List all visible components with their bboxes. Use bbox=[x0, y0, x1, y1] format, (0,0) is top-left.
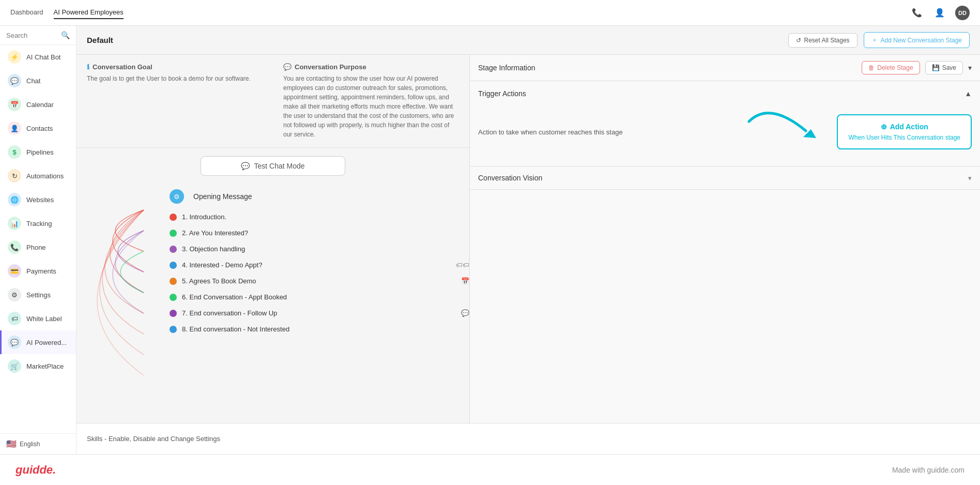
stage-item-8[interactable]: 8. End conversation - Not Interested bbox=[170, 321, 469, 337]
white-label-icon: 🏷 bbox=[8, 312, 21, 325]
guidde-logo: guidde. bbox=[16, 463, 56, 477]
action-area: Action to take when customer reaches thi… bbox=[478, 106, 972, 158]
stage-dot-7 bbox=[170, 310, 177, 317]
made-with-text: Made with guidde.com bbox=[892, 466, 964, 474]
sidebar-item-white-label[interactable]: 🏷 White Label bbox=[0, 307, 76, 330]
stage-item-6[interactable]: 6. End Conversation - Appt Booked bbox=[170, 289, 469, 305]
stage-item-1[interactable]: 1. Introduction. bbox=[170, 209, 469, 225]
tracking-icon: 📊 bbox=[8, 217, 21, 230]
footer: guidde. Made with guidde.com bbox=[0, 454, 980, 485]
sidebar-bottom: 🇺🇸 English bbox=[0, 433, 76, 454]
phone-sidebar-icon: 📞 bbox=[8, 240, 21, 254]
trigger-collapse-button[interactable]: ▲ bbox=[964, 89, 972, 98]
purpose-title: 💬 Conversation Purpose bbox=[283, 63, 459, 71]
sidebar-item-websites[interactable]: 🌐 Websites bbox=[0, 188, 76, 211]
opening-message-row: ⚙ Opening Message bbox=[170, 184, 469, 209]
phone-icon[interactable]: 📞 bbox=[910, 6, 924, 20]
sidebar-item-tracking[interactable]: 📊 Tracking bbox=[0, 211, 76, 235]
stage-item-5[interactable]: 5. Agrees To Book Demo 📅 bbox=[170, 273, 469, 289]
sidebar-item-ai-powered[interactable]: 💬 AI Powered... bbox=[0, 330, 76, 354]
sidebar-item-contacts[interactable]: 👤 Contacts bbox=[0, 116, 76, 140]
conversation-vision-chevron: ▾ bbox=[968, 174, 972, 182]
stage-name-6: 6. End Conversation - Appt Booked bbox=[182, 293, 469, 301]
arc-diagram bbox=[76, 184, 180, 393]
left-panel: ℹ Conversation Goal The goal is to get t… bbox=[76, 55, 469, 423]
tab-dashboard[interactable]: Dashboard bbox=[10, 6, 43, 19]
stage-dot-5 bbox=[170, 278, 177, 285]
marketplace-icon: 🛒 bbox=[8, 359, 21, 373]
add-new-stage-button[interactable]: ＋ Add New Conversation Stage bbox=[864, 32, 970, 48]
stage-icon-7: 💬 bbox=[461, 309, 469, 317]
stage-info-header: Stage Information 🗑 Delete Stage 💾 Save … bbox=[470, 55, 980, 81]
sidebar-item-settings[interactable]: ⚙ Settings bbox=[0, 283, 76, 307]
info-icon: ℹ bbox=[87, 63, 89, 71]
avatar[interactable]: DD bbox=[955, 6, 970, 20]
right-panel: Stage Information 🗑 Delete Stage 💾 Save … bbox=[469, 55, 980, 423]
language-label: English bbox=[20, 441, 40, 448]
stage-name-7: 7. End conversation - Follow Up bbox=[182, 309, 456, 317]
stage-item-7[interactable]: 7. End conversation - Follow Up 💬 bbox=[170, 305, 469, 321]
stage-name-4: 4. Interested - Demo Appt? bbox=[182, 261, 451, 269]
stage-dot-6 bbox=[170, 294, 177, 301]
trigger-label: Trigger Actions bbox=[478, 89, 964, 98]
save-icon: 💾 bbox=[932, 64, 940, 71]
stage-dot-4 bbox=[170, 262, 177, 269]
sidebar-item-automations[interactable]: ↻ Automations bbox=[0, 164, 76, 188]
sidebar-item-phone[interactable]: 📞 Phone bbox=[0, 235, 76, 259]
purpose-icon: 💬 bbox=[283, 63, 292, 71]
tab-ai-powered[interactable]: AI Powered Employees bbox=[54, 6, 124, 19]
search-bar[interactable]: 🔍 bbox=[0, 26, 76, 45]
opening-message-label: Opening Message bbox=[193, 192, 252, 201]
websites-icon: 🌐 bbox=[8, 193, 21, 206]
stage-item-4[interactable]: 4. Interested - Demo Appt? 🏷🏷 bbox=[170, 257, 469, 273]
stage-info-label: Stage Information bbox=[478, 64, 856, 72]
top-bar-right: 📞 👤 DD bbox=[910, 6, 970, 20]
automations-icon: ↻ bbox=[8, 169, 21, 183]
stage-icon-5: 📅 bbox=[461, 277, 469, 285]
stage-item-3[interactable]: 3. Objection handling bbox=[170, 241, 469, 257]
sidebar-item-ai-chat-bot[interactable]: ⚡ AI Chat Bot bbox=[0, 45, 76, 69]
reset-icon: ↺ bbox=[796, 37, 801, 44]
stage-item-2[interactable]: 2. Are You Interested? bbox=[170, 225, 469, 241]
goal-purpose-row: ℹ Conversation Goal The goal is to get t… bbox=[76, 55, 469, 148]
stage-dot-2 bbox=[170, 230, 177, 237]
conversation-vision-label: Conversation Vision bbox=[478, 174, 968, 182]
action-description: Action to take when customer reaches thi… bbox=[478, 128, 733, 136]
test-chat-button[interactable]: 💬 Test Chat Mode bbox=[201, 156, 345, 176]
sidebar-item-payments[interactable]: 💳 Payments bbox=[0, 259, 76, 283]
reset-all-stages-button[interactable]: ↺ Reset All Stages bbox=[788, 33, 858, 48]
save-button[interactable]: 💾 Save bbox=[925, 61, 963, 74]
sidebar-item-marketplace[interactable]: 🛒 MarketPlace bbox=[0, 354, 76, 378]
content-body: ℹ Conversation Goal The goal is to get t… bbox=[76, 55, 980, 423]
content-header: Default ↺ Reset All Stages ＋ Add New Con… bbox=[76, 26, 980, 55]
expand-button[interactable]: ▾ bbox=[968, 64, 972, 72]
stage-name-2: 2. Are You Interested? bbox=[182, 229, 469, 237]
add-action-box[interactable]: ⊕ Add Action When User Hits This Convers… bbox=[837, 114, 972, 149]
trash-icon: 🗑 bbox=[868, 64, 875, 71]
search-input[interactable] bbox=[6, 32, 58, 39]
payments-icon: 💳 bbox=[8, 264, 21, 278]
goal-title: ℹ Conversation Goal bbox=[87, 63, 263, 71]
main-content: Default ↺ Reset All Stages ＋ Add New Con… bbox=[76, 26, 980, 454]
skills-text: Skills - Enable, Disable and Change Sett… bbox=[87, 435, 970, 443]
plus-circle-icon: ⊕ bbox=[881, 123, 887, 131]
sidebar-item-chat[interactable]: 💬 Chat bbox=[0, 69, 76, 93]
user-icon[interactable]: 👤 bbox=[932, 6, 947, 20]
stages-list: ⚙ Opening Message 1. Introduction. 2. Ar… bbox=[170, 184, 469, 393]
sidebar: 🔍 ⚡ AI Chat Bot 💬 Chat 📅 Calendar 👤 Cont… bbox=[0, 26, 76, 454]
delete-stage-button[interactable]: 🗑 Delete Stage bbox=[862, 61, 920, 74]
ai-chat-bot-icon: ⚡ bbox=[8, 50, 21, 64]
purpose-box: 💬 Conversation Purpose You are contactin… bbox=[283, 63, 459, 139]
top-tabs: Dashboard AI Powered Employees bbox=[10, 6, 910, 19]
app-body: 🔍 ⚡ AI Chat Bot 💬 Chat 📅 Calendar 👤 Cont… bbox=[0, 26, 980, 454]
trigger-actions-header: Trigger Actions ▲ bbox=[478, 89, 972, 98]
sidebar-item-calendar[interactable]: 📅 Calendar bbox=[0, 93, 76, 116]
conversation-vision-row[interactable]: Conversation Vision ▾ bbox=[470, 166, 980, 190]
top-bar: Dashboard AI Powered Employees 📞 👤 DD bbox=[0, 0, 980, 26]
sidebar-item-pipelines[interactable]: $ Pipelines bbox=[0, 140, 76, 164]
language-selector[interactable]: 🇺🇸 English bbox=[6, 439, 70, 449]
page-title: Default bbox=[87, 36, 782, 44]
stage-name-3: 3. Objection handling bbox=[182, 245, 469, 253]
stages-container: ⚙ Opening Message 1. Introduction. 2. Ar… bbox=[76, 180, 469, 397]
search-icon: 🔍 bbox=[61, 31, 70, 39]
